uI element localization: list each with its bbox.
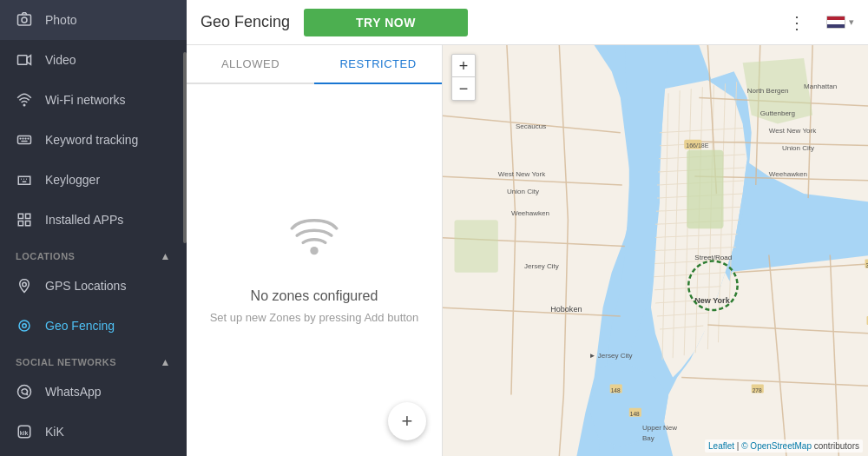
keylogger-icon <box>16 171 33 188</box>
svg-text:148: 148 <box>630 411 640 417</box>
sidebar-item-keyword[interactable]: Keyword tracking <box>0 120 187 160</box>
osm-link[interactable]: © OpenStreetMap <box>741 441 814 451</box>
content-area: ALLOWED RESTRICTED No zones configured S… <box>187 45 868 456</box>
whatsapp-icon <box>16 383 33 400</box>
map-attribution: Leaflet | © OpenStreetMap contributors <box>705 439 863 453</box>
svg-rect-13 <box>26 221 30 226</box>
tab-restricted[interactable]: RESTRICTED <box>314 45 442 84</box>
svg-point-17 <box>18 386 31 399</box>
tab-bar: ALLOWED RESTRICTED <box>187 45 442 84</box>
svg-text:Manhattan: Manhattan <box>804 83 837 90</box>
sidebar-item-geofencing-label: Geo Fencing <box>45 319 115 333</box>
zoom-in-button[interactable]: + <box>452 55 475 77</box>
map-svg: Secaucus West New York Union City Weehaw… <box>443 45 868 456</box>
locations-label: LOCATIONS <box>16 251 75 261</box>
svg-rect-2 <box>18 56 28 65</box>
svg-text:Street/Road: Street/Road <box>694 254 732 261</box>
gps-icon <box>16 277 33 294</box>
svg-point-14 <box>23 282 27 287</box>
svg-rect-46 <box>455 220 498 272</box>
social-label: SOCIAL NETWORKS <box>16 357 116 367</box>
svg-text:Secaucus: Secaucus <box>516 122 546 130</box>
panel-body-wrapper: No zones configured Set up new Zones by … <box>187 84 442 456</box>
svg-text:New York: New York <box>694 296 730 305</box>
sidebar-item-apps-label: Installed APPs <box>45 213 123 227</box>
svg-text:Jersey City: Jersey City <box>524 262 559 270</box>
kik-icon: kik <box>16 423 33 440</box>
scrollbar[interactable] <box>183 52 187 243</box>
svg-text:Upper New: Upper New <box>642 424 677 432</box>
sidebar-item-photo[interactable]: Photo <box>0 0 187 40</box>
sidebar-item-wifi[interactable]: Wi-Fi networks <box>0 80 187 120</box>
svg-text:166/18E: 166/18E <box>686 142 709 149</box>
photo-icon <box>16 11 33 29</box>
svg-text:Bay: Bay <box>642 434 654 442</box>
map-area[interactable]: Secaucus West New York Union City Weehaw… <box>443 45 868 456</box>
try-now-button[interactable]: TRY NOW <box>304 9 468 36</box>
svg-text:148: 148 <box>611 387 621 393</box>
sidebar: Photo Video Wi-Fi networks Keyword track… <box>0 0 187 456</box>
topbar: Geo Fencing TRY NOW ⋮ ▾ <box>187 0 868 45</box>
sidebar-item-apps[interactable]: Installed APPs <box>0 200 187 240</box>
geofencing-icon <box>16 317 33 334</box>
sidebar-item-wifi-label: Wi-Fi networks <box>45 93 126 107</box>
sidebar-section-locations[interactable]: LOCATIONS ▲ <box>0 240 187 266</box>
svg-point-15 <box>19 321 30 331</box>
apps-icon <box>16 211 33 228</box>
svg-text:Union City: Union City <box>782 144 814 152</box>
keyboard-icon <box>16 131 33 149</box>
no-zones-title: No zones configured <box>251 288 378 304</box>
sidebar-item-photo-label: Photo <box>45 13 77 27</box>
add-zone-button[interactable]: + <box>388 402 426 440</box>
sidebar-item-geofencing[interactable]: Geo Fencing <box>0 306 187 346</box>
svg-text:Weehawken: Weehawken <box>769 170 807 178</box>
svg-rect-0 <box>18 15 31 25</box>
sidebar-item-keylogger[interactable]: Keylogger <box>0 160 187 200</box>
svg-text:► Jersey City: ► Jersey City <box>589 352 633 360</box>
chevron-down-icon: ▾ <box>849 17 854 28</box>
svg-rect-11 <box>26 214 30 218</box>
svg-rect-12 <box>18 221 23 226</box>
svg-text:West New York: West New York <box>769 127 817 135</box>
sidebar-item-kik-label: KiK <box>45 425 64 439</box>
svg-text:kik: kik <box>20 430 29 436</box>
leaflet-link[interactable]: Leaflet <box>708 441 734 451</box>
svg-point-20 <box>310 247 318 254</box>
sidebar-item-whatsapp-label: WhatsApp <box>45 385 102 399</box>
sidebar-item-video-label: Video <box>45 53 76 67</box>
video-icon <box>16 51 33 69</box>
language-selector[interactable]: ▾ <box>826 16 854 29</box>
page-title: Geo Fencing <box>201 13 290 31</box>
svg-rect-45 <box>687 150 723 229</box>
main-content: Geo Fencing TRY NOW ⋮ ▾ ALLOWED RESTRICT… <box>187 0 868 456</box>
zones-panel: ALLOWED RESTRICTED No zones configured S… <box>187 45 443 456</box>
sidebar-section-social[interactable]: SOCIAL NETWORKS ▲ <box>0 346 187 372</box>
empty-state: No zones configured Set up new Zones by … <box>187 84 442 456</box>
sidebar-item-gps[interactable]: GPS Locations <box>0 266 187 306</box>
chevron-up-icon-social: ▲ <box>161 356 171 368</box>
sidebar-item-keylogger-label: Keylogger <box>45 173 100 187</box>
tab-allowed[interactable]: ALLOWED <box>187 45 314 83</box>
svg-text:North Bergen: North Bergen <box>747 87 789 95</box>
sidebar-item-telegram[interactable]: Telegram <box>0 452 187 456</box>
svg-point-1 <box>22 17 27 23</box>
sidebar-item-keyword-label: Keyword tracking <box>45 133 138 147</box>
chevron-up-icon: ▲ <box>161 250 171 262</box>
sidebar-item-video[interactable]: Video <box>0 40 187 80</box>
svg-text:Hoboken: Hoboken <box>550 305 582 314</box>
sidebar-item-gps-label: GPS Locations <box>45 279 126 293</box>
more-options-button[interactable]: ⋮ <box>783 9 812 36</box>
svg-rect-4 <box>18 136 31 144</box>
wifi-icon <box>16 91 33 109</box>
svg-rect-10 <box>18 214 23 218</box>
svg-text:Guttenberg: Guttenberg <box>760 109 795 117</box>
svg-point-3 <box>23 104 25 106</box>
sidebar-item-kik[interactable]: kik KiK <box>0 412 187 452</box>
sidebar-item-whatsapp[interactable]: WhatsApp <box>0 372 187 412</box>
no-zones-icon <box>290 216 339 274</box>
svg-text:Weehawken: Weehawken <box>511 209 549 217</box>
svg-text:Union City: Union City <box>507 188 539 195</box>
svg-text:278: 278 <box>753 387 762 393</box>
map-zoom-controls: + − <box>451 54 476 101</box>
zoom-out-button[interactable]: − <box>452 77 475 100</box>
